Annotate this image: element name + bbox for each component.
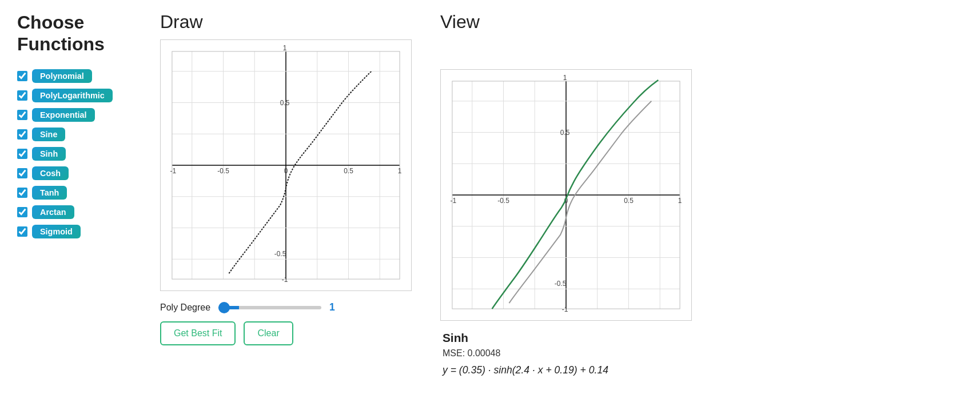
poly-degree-value: 1 xyxy=(329,301,341,313)
svg-text:-0.5: -0.5 xyxy=(274,250,286,258)
function-checkbox-tanh[interactable] xyxy=(17,188,27,198)
svg-text:0.5: 0.5 xyxy=(280,99,290,107)
middle-panel: Draw 1 0.5 -0.5 -1 xyxy=(149,11,435,403)
function-badge-arctan[interactable]: Arctan xyxy=(32,205,74,219)
function-item: Sine xyxy=(17,128,137,141)
svg-text:1: 1 xyxy=(398,167,402,175)
button-row: Get Best Fit Clear xyxy=(160,321,412,345)
svg-text:-1: -1 xyxy=(562,305,568,313)
function-item: Arctan xyxy=(17,205,137,219)
function-badge-exponential[interactable]: Exponential xyxy=(32,108,95,122)
function-item: PolyLogarithmic xyxy=(17,89,137,102)
result-mse: MSE: 0.00048 xyxy=(443,348,608,359)
function-checkbox-cosh[interactable] xyxy=(17,168,27,178)
function-badge-cosh[interactable]: Cosh xyxy=(32,166,69,180)
svg-text:0.5: 0.5 xyxy=(624,197,634,205)
function-item: Sigmoid xyxy=(17,225,137,238)
function-checkbox-exponential[interactable] xyxy=(17,110,27,120)
function-badge-sinh[interactable]: Sinh xyxy=(32,147,66,161)
draw-title: Draw xyxy=(160,11,203,33)
function-item: Cosh xyxy=(17,166,137,180)
result-function-name: Sinh xyxy=(443,331,608,345)
function-item: Exponential xyxy=(17,108,137,122)
function-checkbox-sinh[interactable] xyxy=(17,149,27,159)
svg-text:0: 0 xyxy=(284,167,288,175)
controls: Poly Degree 1 Get Best Fit Clear xyxy=(160,301,412,345)
function-badge-tanh[interactable]: Tanh xyxy=(32,186,67,200)
function-item: Tanh xyxy=(17,186,137,200)
svg-text:-0.5: -0.5 xyxy=(555,280,567,288)
svg-text:1: 1 xyxy=(678,197,682,205)
function-badge-polylogarithmic[interactable]: PolyLogarithmic xyxy=(32,89,113,102)
svg-text:-1: -1 xyxy=(451,197,457,205)
svg-text:-1: -1 xyxy=(170,167,177,175)
svg-text:0.5: 0.5 xyxy=(344,167,353,175)
svg-text:1: 1 xyxy=(283,44,287,52)
view-graph: 1 0.5 -0.5 -1 -1 -0.5 0 0.5 1 xyxy=(440,69,692,321)
poly-degree-label: Poly Degree xyxy=(160,302,210,313)
svg-text:0.5: 0.5 xyxy=(560,129,570,137)
get-best-fit-button[interactable]: Get Best Fit xyxy=(160,321,236,345)
function-list: PolynomialPolyLogarithmicExponentialSine… xyxy=(17,69,137,238)
function-badge-polynomial[interactable]: Polynomial xyxy=(32,69,92,83)
function-checkbox-polylogarithmic[interactable] xyxy=(17,90,27,101)
function-checkbox-sigmoid[interactable] xyxy=(17,226,27,237)
svg-text:1: 1 xyxy=(563,74,567,82)
function-item: Sinh xyxy=(17,147,137,161)
view-title: View xyxy=(440,11,480,33)
function-badge-sine[interactable]: Sine xyxy=(32,128,65,141)
poly-degree-slider[interactable] xyxy=(218,306,321,309)
function-checkbox-polynomial[interactable] xyxy=(17,71,27,81)
function-item: Polynomial xyxy=(17,69,137,83)
svg-text:-0.5: -0.5 xyxy=(497,197,509,205)
svg-text:-1: -1 xyxy=(282,276,288,284)
clear-button[interactable]: Clear xyxy=(244,321,293,345)
left-panel: Choose Functions PolynomialPolyLogarithm… xyxy=(17,11,149,403)
svg-text:-0.5: -0.5 xyxy=(217,167,229,175)
function-checkbox-arctan[interactable] xyxy=(17,207,27,217)
poly-degree-row: Poly Degree 1 xyxy=(160,301,412,313)
result-section: Sinh MSE: 0.00048 y = (0.35) · sinh(2.4 … xyxy=(440,331,608,376)
function-badge-sigmoid[interactable]: Sigmoid xyxy=(32,225,81,238)
right-panel: View 1 0.5 -0.5 -1 -1 xyxy=(435,11,963,403)
draw-graph[interactable]: 1 0.5 -0.5 -1 -1 -0.5 0 0.5 1 xyxy=(160,39,412,291)
function-checkbox-sine[interactable] xyxy=(17,129,27,140)
result-equation: y = (0.35) · sinh(2.4 · x + 0.19) + 0.14 xyxy=(443,364,608,376)
left-panel-title: Choose Functions xyxy=(17,11,137,55)
